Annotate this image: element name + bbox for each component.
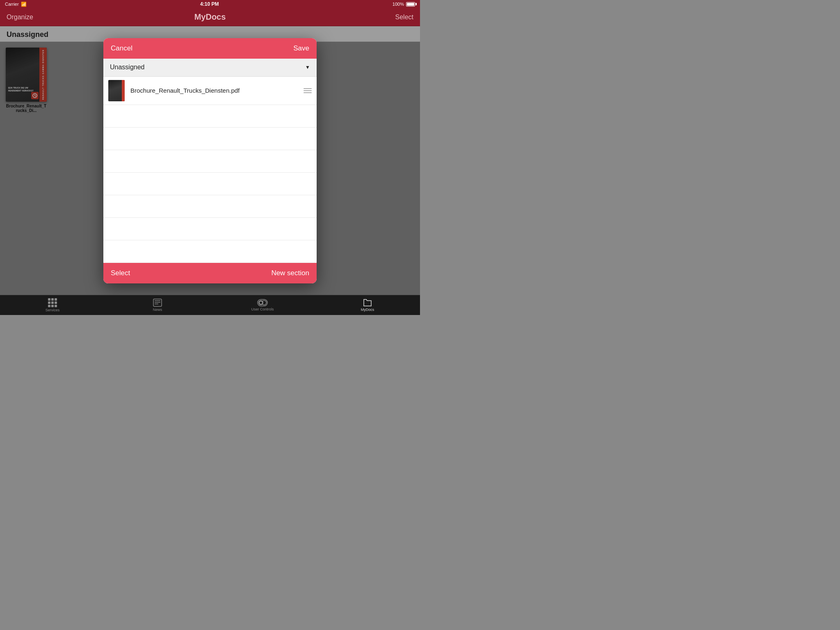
app-title: MyDocs (194, 12, 226, 22)
organize-button[interactable]: Organize (7, 14, 33, 21)
section-selector-label: Unassigned (110, 64, 145, 71)
modal-select-button[interactable]: Select (111, 269, 130, 277)
nav-bar: Organize MyDocs Select (0, 8, 420, 26)
empty-row-5 (103, 195, 317, 218)
empty-row-1 (103, 105, 317, 128)
tab-mydocs[interactable]: MyDocs (315, 299, 420, 312)
wifi-icon: 📶 (21, 2, 27, 7)
modal-overlay: Cancel Save Unassigned ▼ Brochure_Renaul… (0, 26, 420, 295)
news-tab-label: News (153, 308, 162, 312)
services-icon (48, 298, 57, 307)
modal-doc-thumb-red (122, 80, 125, 101)
news-icon (153, 299, 162, 307)
main-content: Unassigned EEN TRUCK DIE UW RENDEMENT VE… (0, 26, 420, 295)
status-time: 4:10 PM (200, 1, 219, 7)
modal-doc-row[interactable]: Brochure_Renault_Trucks_Diensten.pdf (103, 77, 317, 105)
modal-doc-list: Brochure_Renault_Trucks_Diensten.pdf (103, 77, 317, 263)
battery-icon (406, 2, 415, 7)
status-left: Carrier 📶 (5, 2, 27, 7)
tab-news[interactable]: News (105, 299, 210, 312)
tab-user-controls[interactable]: User Controls (210, 299, 315, 311)
svg-point-8 (260, 301, 262, 304)
handle-line-3 (304, 92, 312, 93)
cancel-button[interactable]: Cancel (111, 44, 132, 52)
new-section-button[interactable]: New section (271, 269, 309, 277)
user-controls-icon (257, 299, 268, 306)
select-button[interactable]: Select (395, 14, 413, 21)
modal-doc-thumbnail (108, 80, 125, 101)
empty-row-6 (103, 218, 317, 240)
mydocs-tab-label: MyDocs (361, 308, 374, 312)
modal-footer: Select New section (103, 263, 317, 283)
empty-row-7 (103, 240, 317, 263)
svg-rect-1 (153, 299, 162, 306)
battery-pct: 100% (393, 2, 404, 7)
empty-row-3 (103, 150, 317, 173)
handle-line-1 (304, 88, 312, 89)
reorder-handle[interactable] (304, 88, 312, 93)
status-bar: Carrier 📶 4:10 PM 100% (0, 0, 420, 8)
modal-dialog: Cancel Save Unassigned ▼ Brochure_Renaul… (103, 38, 317, 283)
services-tab-label: Services (46, 308, 60, 312)
section-selector[interactable]: Unassigned ▼ (103, 59, 317, 77)
status-right: 100% (393, 2, 415, 7)
tab-services[interactable]: Services (0, 298, 105, 312)
mydocs-icon (363, 299, 372, 307)
handle-line-2 (304, 90, 312, 91)
empty-row-4 (103, 173, 317, 195)
carrier-label: Carrier (5, 2, 19, 7)
empty-row-2 (103, 128, 317, 150)
modal-doc-filename: Brochure_Renault_Trucks_Diensten.pdf (130, 87, 299, 94)
tab-bar: Services News User Controls (0, 295, 420, 315)
chevron-down-icon: ▼ (305, 64, 310, 70)
save-button[interactable]: Save (293, 44, 309, 52)
modal-header: Cancel Save (103, 38, 317, 59)
user-controls-tab-label: User Controls (251, 307, 274, 311)
